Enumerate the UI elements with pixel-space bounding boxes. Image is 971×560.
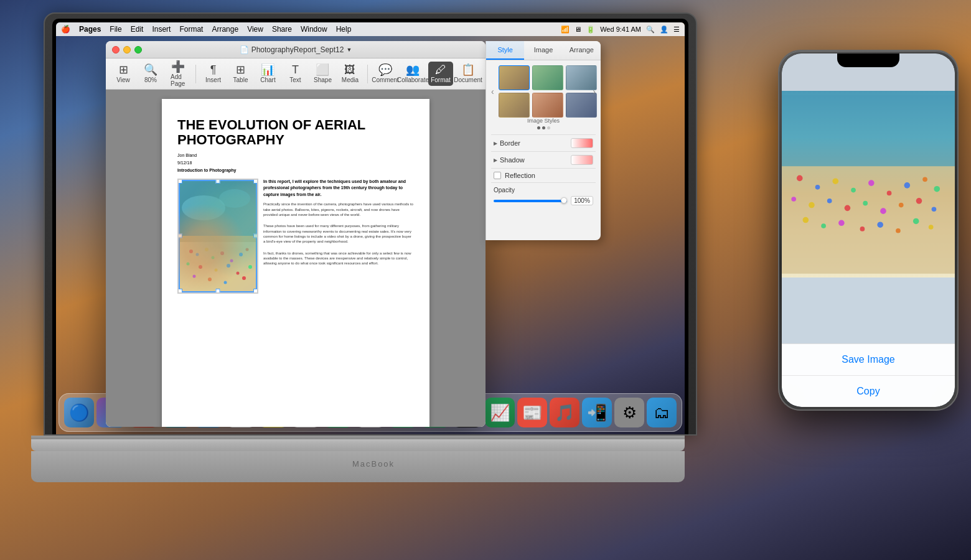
text-button[interactable]: T Text: [283, 62, 307, 86]
style-thumb-4[interactable]: [499, 93, 530, 118]
file-menu[interactable]: File: [110, 25, 121, 34]
image-style-grid: [499, 65, 588, 118]
svg-rect-0: [179, 180, 257, 236]
svg-point-17: [237, 271, 240, 274]
edit-menu[interactable]: Edit: [131, 25, 144, 34]
doc-author: Jon Bland: [177, 152, 414, 159]
aerial-photo[interactable]: [177, 179, 258, 294]
zoom-icon: 🔍: [144, 64, 157, 75]
downloads-icon: 🗂: [654, 403, 670, 422]
shadow-row[interactable]: ▶ Shadow: [491, 151, 596, 168]
style-thumb-2[interactable]: [532, 65, 563, 90]
chart-icon: 📊: [261, 64, 274, 75]
reflection-checkbox[interactable]: [494, 172, 501, 179]
svg-point-30: [887, 191, 892, 196]
sidebar-content: ‹ › Image Styles: [486, 60, 601, 214]
insert-button[interactable]: ¶ Insert: [200, 62, 225, 86]
save-image-button[interactable]: Save Image: [782, 344, 955, 376]
appstore-icon: 📲: [587, 403, 607, 422]
traffic-lights: [112, 46, 142, 54]
view-button[interactable]: ⊞ View: [111, 62, 136, 86]
view-menu[interactable]: View: [247, 25, 263, 34]
dock-finder[interactable]: 🔵: [64, 398, 94, 427]
styles-nav-left[interactable]: ‹: [491, 86, 494, 96]
iphone-body: Save Image Copy: [778, 50, 959, 411]
table-icon: ⊞: [236, 64, 245, 75]
image-styles-label: Image Styles: [491, 118, 596, 124]
opacity-thumb[interactable]: [561, 197, 567, 203]
search-icon[interactable]: 🔍: [646, 26, 655, 34]
shape-icon: ⬜: [316, 64, 329, 75]
dock-prefs[interactable]: ⚙: [614, 398, 644, 427]
iphone-content: Save Image Copy: [782, 54, 955, 407]
finder-icon: 🔵: [69, 403, 89, 422]
numbers-icon: 📈: [490, 403, 510, 422]
dock-news[interactable]: 📰: [517, 398, 547, 427]
svg-point-49: [913, 218, 919, 225]
window-menu[interactable]: Window: [301, 25, 327, 34]
svg-point-16: [227, 264, 230, 268]
user-icon[interactable]: 👤: [660, 26, 668, 34]
style-thumb-6[interactable]: [566, 93, 597, 118]
tab-image[interactable]: Image: [524, 41, 562, 60]
style-thumb-5[interactable]: [532, 93, 563, 118]
border-label: Border: [500, 139, 571, 147]
add-page-button[interactable]: ➕ Add Page: [166, 58, 190, 90]
menu-bar-left: 🍎 Pages File Edit Insert Format Arrange …: [61, 25, 351, 34]
doc-content: In this report, I will explore the techn…: [177, 179, 414, 294]
iphone-screen: Save Image Copy: [782, 54, 955, 407]
share-menu[interactable]: Share: [272, 25, 292, 34]
minimize-button[interactable]: [123, 46, 131, 54]
comment-button[interactable]: 💬 Comment: [373, 62, 398, 86]
style-pagination-dots: [491, 126, 596, 129]
paragraph-icon: ¶: [210, 64, 217, 75]
format-menu[interactable]: Format: [179, 25, 203, 34]
opacity-slider[interactable]: [494, 200, 567, 202]
insert-menu[interactable]: Insert: [152, 25, 171, 34]
opacity-row: 100%: [494, 196, 593, 205]
chevron-down-icon[interactable]: ▼: [346, 47, 352, 53]
styles-nav-right[interactable]: ›: [593, 86, 596, 96]
doc-body-3: In fact, thanks to drones, something tha…: [263, 251, 414, 266]
help-menu[interactable]: Help: [336, 25, 352, 34]
shape-button[interactable]: ⬜ Shape: [310, 62, 335, 86]
apple-menu[interactable]: 🍎: [61, 25, 70, 34]
tab-style[interactable]: Style: [486, 41, 524, 60]
table-button[interactable]: ⊞ Table: [228, 62, 253, 86]
app-name-menu[interactable]: Pages: [79, 25, 101, 34]
bulletlist-icon[interactable]: ☰: [673, 26, 680, 34]
svg-point-47: [877, 222, 883, 228]
svg-point-31: [904, 182, 911, 189]
shadow-color-swatch[interactable]: [571, 155, 593, 165]
close-button[interactable]: [112, 46, 120, 54]
iphone-frame: Save Image Copy: [778, 50, 959, 411]
border-row[interactable]: ▶ Border: [491, 134, 596, 151]
maximize-button[interactable]: [134, 46, 142, 54]
opacity-value[interactable]: 100%: [571, 196, 593, 205]
border-color-swatch[interactable]: [571, 138, 593, 148]
zoom-button[interactable]: 🔍 80%: [138, 62, 163, 86]
dock-downloads[interactable]: 🗂: [647, 398, 677, 427]
svg-point-37: [845, 205, 851, 212]
collaborate-button[interactable]: 👥 Collaborate: [400, 62, 426, 86]
doc-icon: 📄: [240, 45, 249, 54]
collaborate-icon: 👥: [406, 64, 420, 75]
dock-appstore[interactable]: 📲: [582, 398, 612, 427]
format-icon: 🖊: [435, 64, 446, 75]
wifi-icon: 📶: [561, 26, 570, 34]
format-button[interactable]: 🖊 Format: [428, 62, 453, 86]
style-thumb-1[interactable]: [499, 65, 530, 90]
media-button[interactable]: 🖼 Media: [337, 62, 362, 86]
svg-point-10: [230, 259, 233, 262]
document-button[interactable]: 📋 Document: [456, 62, 481, 86]
add-icon: ➕: [171, 61, 185, 72]
document-page: THE EVOLUTION OF AERIAL PHOTOGRAPHY Jon …: [162, 99, 429, 427]
chart-button[interactable]: 📊 Chart: [255, 62, 280, 86]
arrange-menu[interactable]: Arrange: [212, 25, 238, 34]
tab-arrange[interactable]: Arrange: [563, 41, 601, 60]
dock-music[interactable]: 🎵: [550, 398, 579, 427]
dock-numbers[interactable]: 📈: [485, 398, 515, 427]
copy-button[interactable]: Copy: [782, 376, 955, 407]
dot-3: [547, 126, 550, 129]
document-canvas[interactable]: THE EVOLUTION OF AERIAL PHOTOGRAPHY Jon …: [106, 90, 486, 427]
